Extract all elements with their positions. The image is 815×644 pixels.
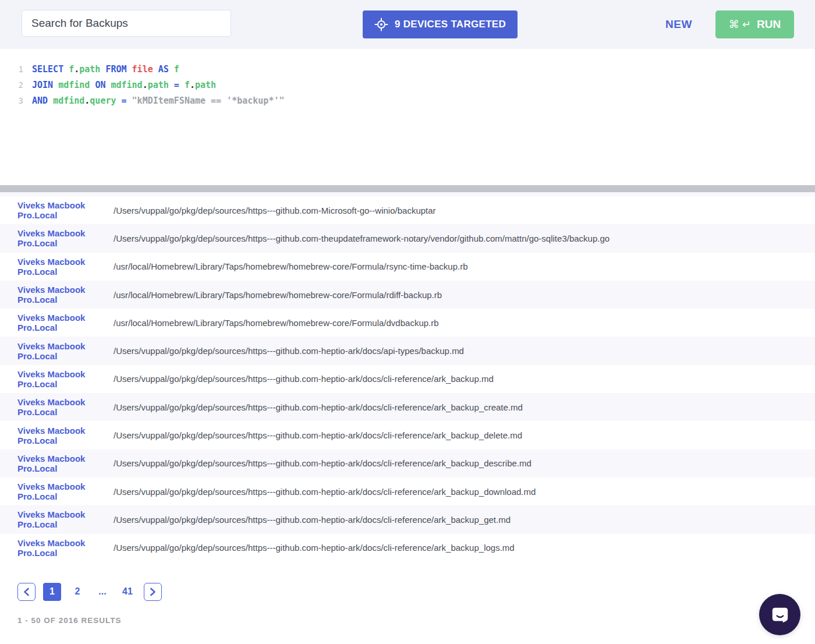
results-table: Viveks Macbook Pro.Local/Users/vuppal/go… bbox=[0, 196, 815, 562]
table-row: Viveks Macbook Pro.Local/Users/vuppal/go… bbox=[0, 196, 815, 224]
table-row: Viveks Macbook Pro.Local/Users/vuppal/go… bbox=[0, 421, 815, 449]
file-path: /usr/local/Homebrew/Library/Taps/homebre… bbox=[114, 261, 468, 271]
sql-editor[interactable]: 1SELECT f.path FROM file AS f2JOIN mdfin… bbox=[0, 49, 815, 185]
devices-targeted-label: 9 DEVICES TARGETED bbox=[395, 19, 506, 30]
horizontal-scrollbar[interactable] bbox=[0, 185, 815, 192]
file-path: /Users/vuppal/go/pkg/dep/sources/https--… bbox=[114, 346, 464, 356]
table-row: Viveks Macbook Pro.Local/Users/vuppal/go… bbox=[0, 393, 815, 421]
page-button-2[interactable]: 2 bbox=[69, 586, 86, 597]
page-button-41[interactable]: 41 bbox=[119, 586, 136, 597]
device-link[interactable]: Viveks Macbook Pro.Local bbox=[0, 313, 114, 332]
device-link[interactable]: Viveks Macbook Pro.Local bbox=[0, 285, 114, 305]
device-link[interactable]: Viveks Macbook Pro.Local bbox=[0, 509, 114, 529]
next-page-button[interactable] bbox=[144, 583, 162, 601]
results-summary: 1 - 50 OF 2016 RESULTS bbox=[17, 616, 815, 625]
file-path: /Users/vuppal/go/pkg/dep/sources/https--… bbox=[114, 487, 536, 497]
file-path: /Users/vuppal/go/pkg/dep/sources/https--… bbox=[114, 374, 494, 384]
file-path: /Users/vuppal/go/pkg/dep/sources/https--… bbox=[114, 206, 436, 215]
table-row: Viveks Macbook Pro.Local/Users/vuppal/go… bbox=[0, 477, 815, 505]
code-line: 1SELECT f.path FROM file AS f bbox=[13, 61, 815, 77]
file-path: /usr/local/Homebrew/Library/Taps/homebre… bbox=[114, 290, 442, 300]
device-link[interactable]: Viveks Macbook Pro.Local bbox=[0, 538, 114, 558]
table-row: Viveks Macbook Pro.Local/Users/vuppal/go… bbox=[0, 534, 815, 562]
run-button[interactable]: ⌘ ↵ RUN bbox=[715, 10, 794, 38]
device-link[interactable]: Viveks Macbook Pro.Local bbox=[0, 426, 114, 445]
file-path: /Users/vuppal/go/pkg/dep/sources/https--… bbox=[114, 430, 522, 440]
table-row: Viveks Macbook Pro.Local/Users/vuppal/go… bbox=[0, 505, 815, 533]
device-link[interactable]: Viveks Macbook Pro.Local bbox=[0, 257, 114, 277]
intercom-chat-button[interactable] bbox=[759, 594, 800, 635]
search-input[interactable] bbox=[22, 10, 231, 37]
device-link[interactable]: Viveks Macbook Pro.Local bbox=[0, 341, 114, 361]
pagination: 1 2 ... 41 bbox=[17, 583, 815, 601]
file-path: /Users/vuppal/go/pkg/dep/sources/https--… bbox=[114, 543, 515, 553]
table-top-strip bbox=[0, 192, 815, 196]
file-path: /Users/vuppal/go/pkg/dep/sources/https--… bbox=[114, 458, 531, 468]
file-path: /Users/vuppal/go/pkg/dep/sources/https--… bbox=[114, 233, 610, 243]
table-row: Viveks Macbook Pro.Local/usr/local/Homeb… bbox=[0, 253, 815, 281]
run-label: RUN bbox=[757, 18, 781, 31]
device-link[interactable]: Viveks Macbook Pro.Local bbox=[0, 454, 114, 473]
chevron-right-icon bbox=[149, 588, 157, 596]
device-link[interactable]: Viveks Macbook Pro.Local bbox=[0, 482, 114, 501]
device-link[interactable]: Viveks Macbook Pro.Local bbox=[0, 369, 114, 389]
table-row: Viveks Macbook Pro.Local/usr/local/Homeb… bbox=[0, 309, 815, 337]
run-shortcut-keys: ⌘ ↵ bbox=[729, 18, 751, 31]
line-number: 1 bbox=[13, 65, 23, 74]
prev-page-button[interactable] bbox=[17, 583, 36, 601]
toolbar: 9 DEVICES TARGETED NEW ⌘ ↵ RUN bbox=[0, 0, 815, 49]
device-link[interactable]: Viveks Macbook Pro.Local bbox=[0, 397, 114, 417]
line-number: 2 bbox=[13, 80, 23, 90]
chat-bubble-smile-icon bbox=[769, 604, 791, 626]
new-query-link[interactable]: NEW bbox=[665, 0, 692, 49]
table-row: Viveks Macbook Pro.Local/Users/vuppal/go… bbox=[0, 224, 815, 252]
file-path: /Users/vuppal/go/pkg/dep/sources/https--… bbox=[114, 515, 511, 525]
device-link[interactable]: Viveks Macbook Pro.Local bbox=[0, 200, 114, 220]
code-line: 2JOIN mdfind ON mdfind.path = f.path bbox=[13, 77, 815, 93]
device-link[interactable]: Viveks Macbook Pro.Local bbox=[0, 228, 114, 248]
file-path: /Users/vuppal/go/pkg/dep/sources/https--… bbox=[114, 402, 523, 412]
file-path: /usr/local/Homebrew/Library/Taps/homebre… bbox=[114, 318, 439, 328]
table-row: Viveks Macbook Pro.Local/Users/vuppal/go… bbox=[0, 337, 815, 365]
devices-targeted-button[interactable]: 9 DEVICES TARGETED bbox=[363, 10, 518, 38]
table-row: Viveks Macbook Pro.Local/Users/vuppal/go… bbox=[0, 365, 815, 393]
table-row: Viveks Macbook Pro.Local/usr/local/Homeb… bbox=[0, 281, 815, 309]
page-ellipsis: ... bbox=[94, 586, 111, 597]
chevron-left-icon bbox=[23, 588, 30, 596]
page-button-1[interactable]: 1 bbox=[43, 583, 61, 601]
line-number: 3 bbox=[13, 96, 23, 105]
table-row: Viveks Macbook Pro.Local/Users/vuppal/go… bbox=[0, 450, 815, 477]
code-line: 3AND mdfind.query = "kMDItemFSName == '*… bbox=[13, 93, 815, 108]
target-crosshair-icon bbox=[374, 17, 388, 31]
